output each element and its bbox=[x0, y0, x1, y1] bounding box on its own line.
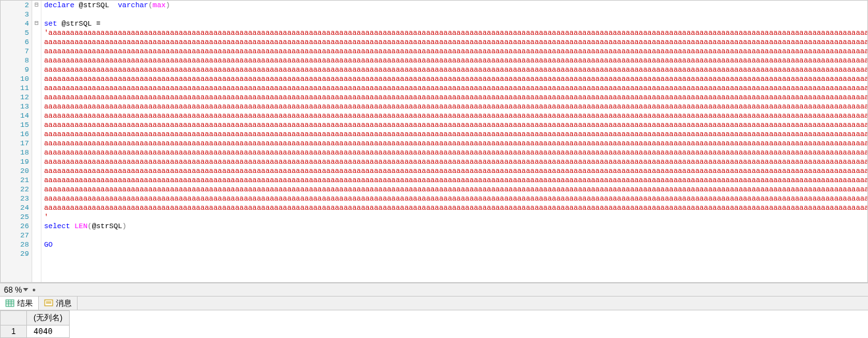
zoom-bar: 68 % • bbox=[0, 283, 868, 296]
tab-results-label: 结果 bbox=[17, 298, 33, 309]
code-editor[interactable]: 2345678910111213141516171819202122232425… bbox=[0, 0, 868, 283]
code-line: set @strSQL = bbox=[44, 19, 867, 28]
line-number: 10 bbox=[1, 74, 29, 84]
code-line bbox=[44, 249, 867, 258]
message-icon bbox=[44, 299, 53, 308]
fold-marker bbox=[32, 56, 41, 65]
line-number: 25 bbox=[1, 212, 29, 222]
line-number: 24 bbox=[1, 203, 29, 212]
line-number: 4 bbox=[1, 19, 29, 28]
fold-marker: ⊟ bbox=[32, 1, 41, 10]
code-line bbox=[44, 10, 867, 19]
fold-marker bbox=[32, 212, 41, 222]
line-number: 6 bbox=[1, 37, 29, 47]
fold-marker bbox=[32, 28, 41, 37]
code-line: aaaaaaaaaaaaaaaaaaaaaaaaaaaaaaaaaaaaaaaa… bbox=[44, 84, 867, 93]
zoom-dropdown-icon[interactable] bbox=[23, 288, 28, 291]
fold-marker bbox=[32, 74, 41, 84]
line-number: 18 bbox=[1, 148, 29, 157]
tab-results[interactable]: 结果 bbox=[0, 297, 39, 310]
fold-marker bbox=[32, 130, 41, 139]
tab-messages-label: 消息 bbox=[56, 298, 72, 309]
line-number: 23 bbox=[1, 194, 29, 203]
code-line: aaaaaaaaaaaaaaaaaaaaaaaaaaaaaaaaaaaaaaaa… bbox=[44, 185, 867, 194]
table-row[interactable]: 1 4040 bbox=[1, 326, 70, 338]
code-line: aaaaaaaaaaaaaaaaaaaaaaaaaaaaaaaaaaaaaaaa… bbox=[44, 120, 867, 130]
fold-marker bbox=[32, 84, 41, 93]
fold-marker bbox=[32, 249, 41, 258]
fold-marker bbox=[32, 203, 41, 212]
results-panel: (无列名) 1 4040 bbox=[0, 310, 868, 338]
code-line: GO bbox=[44, 240, 867, 249]
zoom-level[interactable]: 68 % bbox=[4, 285, 22, 295]
code-line: 'aaaaaaaaaaaaaaaaaaaaaaaaaaaaaaaaaaaaaaa… bbox=[44, 28, 867, 37]
line-number: 14 bbox=[1, 111, 29, 120]
fold-marker bbox=[32, 222, 41, 231]
fold-marker bbox=[32, 102, 41, 111]
code-line bbox=[44, 231, 867, 240]
code-line: aaaaaaaaaaaaaaaaaaaaaaaaaaaaaaaaaaaaaaaa… bbox=[44, 47, 867, 56]
fold-marker bbox=[32, 185, 41, 194]
code-line: aaaaaaaaaaaaaaaaaaaaaaaaaaaaaaaaaaaaaaaa… bbox=[44, 93, 867, 102]
line-number: 13 bbox=[1, 102, 29, 111]
fold-marker bbox=[32, 37, 41, 47]
line-number: 15 bbox=[1, 120, 29, 130]
fold-marker bbox=[32, 157, 41, 166]
line-number: 11 bbox=[1, 84, 29, 93]
code-line: aaaaaaaaaaaaaaaaaaaaaaaaaaaaaaaaaaaaaaaa… bbox=[44, 157, 867, 166]
fold-marker bbox=[32, 231, 41, 240]
results-tabs: 结果 消息 bbox=[0, 296, 868, 310]
grid-corner bbox=[1, 311, 27, 326]
table-icon bbox=[5, 299, 14, 308]
fold-marker bbox=[32, 65, 41, 74]
line-number: 27 bbox=[1, 231, 29, 240]
line-number: 8 bbox=[1, 56, 29, 65]
code-line: aaaaaaaaaaaaaaaaaaaaaaaaaaaaaaaaaaaaaaaa… bbox=[44, 74, 867, 84]
code-line: aaaaaaaaaaaaaaaaaaaaaaaaaaaaaaaaaaaaaaaa… bbox=[44, 166, 867, 176]
line-number: 2 bbox=[1, 1, 29, 10]
code-line: aaaaaaaaaaaaaaaaaaaaaaaaaaaaaaaaaaaaaaaa… bbox=[44, 37, 867, 47]
line-number: 7 bbox=[1, 47, 29, 56]
zoom-handle-icon[interactable]: • bbox=[32, 285, 36, 295]
line-number: 9 bbox=[1, 65, 29, 74]
code-line: aaaaaaaaaaaaaaaaaaaaaaaaaaaaaaaaaaaaaaaa… bbox=[44, 176, 867, 185]
code-line: aaaaaaaaaaaaaaaaaaaaaaaaaaaaaaaaaaaaaaaa… bbox=[44, 139, 867, 148]
fold-marker bbox=[32, 148, 41, 157]
line-number: 21 bbox=[1, 176, 29, 185]
fold-marker bbox=[32, 166, 41, 176]
results-grid[interactable]: (无列名) 1 4040 bbox=[0, 310, 70, 338]
grid-col-header[interactable]: (无列名) bbox=[27, 311, 70, 326]
line-number: 3 bbox=[1, 10, 29, 19]
line-number-gutter: 2345678910111213141516171819202122232425… bbox=[1, 1, 32, 282]
code-line: aaaaaaaaaaaaaaaaaaaaaaaaaaaaaaaaaaaaaaaa… bbox=[44, 65, 867, 74]
code-line: aaaaaaaaaaaaaaaaaaaaaaaaaaaaaaaaaaaaaaaa… bbox=[44, 111, 867, 120]
line-number: 19 bbox=[1, 157, 29, 166]
fold-column: ⊟⊟ bbox=[32, 1, 41, 282]
fold-marker bbox=[32, 111, 41, 120]
tab-messages[interactable]: 消息 bbox=[39, 297, 78, 310]
line-number: 29 bbox=[1, 249, 29, 258]
code-line: declare @strSQL varchar(max) bbox=[44, 1, 867, 10]
line-number: 26 bbox=[1, 222, 29, 231]
fold-marker: ⊟ bbox=[32, 19, 41, 28]
line-number: 20 bbox=[1, 166, 29, 176]
fold-marker bbox=[32, 240, 41, 249]
fold-marker bbox=[32, 176, 41, 185]
code-line: aaaaaaaaaaaaaaaaaaaaaaaaaaaaaaaaaaaaaaaa… bbox=[44, 102, 867, 111]
line-number: 17 bbox=[1, 139, 29, 148]
code-line: aaaaaaaaaaaaaaaaaaaaaaaaaaaaaaaaaaaaaaaa… bbox=[44, 203, 867, 212]
grid-cell[interactable]: 4040 bbox=[27, 326, 70, 338]
fold-marker bbox=[32, 194, 41, 203]
code-line: aaaaaaaaaaaaaaaaaaaaaaaaaaaaaaaaaaaaaaaa… bbox=[44, 148, 867, 157]
fold-marker bbox=[32, 47, 41, 56]
line-number: 22 bbox=[1, 185, 29, 194]
code-area[interactable]: declare @strSQL varchar(max)set @strSQL … bbox=[41, 1, 867, 282]
code-line: aaaaaaaaaaaaaaaaaaaaaaaaaaaaaaaaaaaaaaaa… bbox=[44, 130, 867, 139]
line-number: 12 bbox=[1, 93, 29, 102]
fold-marker bbox=[32, 139, 41, 148]
line-number: 16 bbox=[1, 130, 29, 139]
line-number: 28 bbox=[1, 240, 29, 249]
grid-row-header[interactable]: 1 bbox=[1, 326, 27, 338]
code-line: aaaaaaaaaaaaaaaaaaaaaaaaaaaaaaaaaaaaaaaa… bbox=[44, 56, 867, 65]
code-line: select LEN(@strSQL) bbox=[44, 222, 867, 231]
